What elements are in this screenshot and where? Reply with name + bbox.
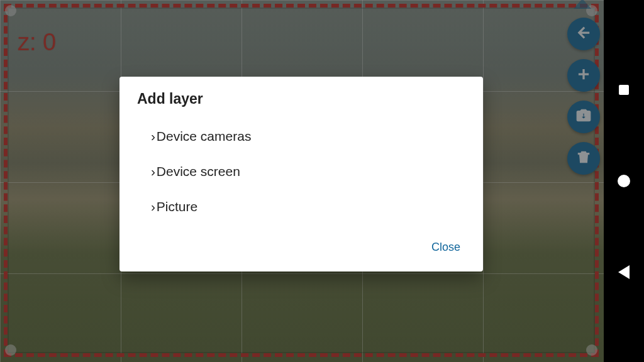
square-icon: [619, 85, 629, 95]
add-layer-dialog: Add layer Device cameras Device screen P…: [119, 77, 483, 272]
option-device-screen[interactable]: Device screen: [151, 154, 465, 189]
circle-icon: [618, 175, 630, 187]
nav-home-button[interactable]: [617, 174, 631, 188]
close-button[interactable]: Close: [424, 236, 468, 259]
nav-overview-button[interactable]: [617, 83, 631, 97]
editor-canvas: z: 0 Add layer Device cameras: [0, 0, 604, 362]
dialog-actions: Close: [119, 231, 483, 266]
android-navbar: [604, 0, 644, 362]
nav-back-button[interactable]: [617, 265, 631, 279]
dialog-title: Add layer: [119, 90, 483, 116]
option-device-cameras[interactable]: Device cameras: [151, 119, 465, 154]
dialog-options: Device cameras Device screen Picture: [119, 116, 483, 231]
triangle-back-icon: [618, 265, 630, 279]
option-picture[interactable]: Picture: [151, 189, 465, 224]
